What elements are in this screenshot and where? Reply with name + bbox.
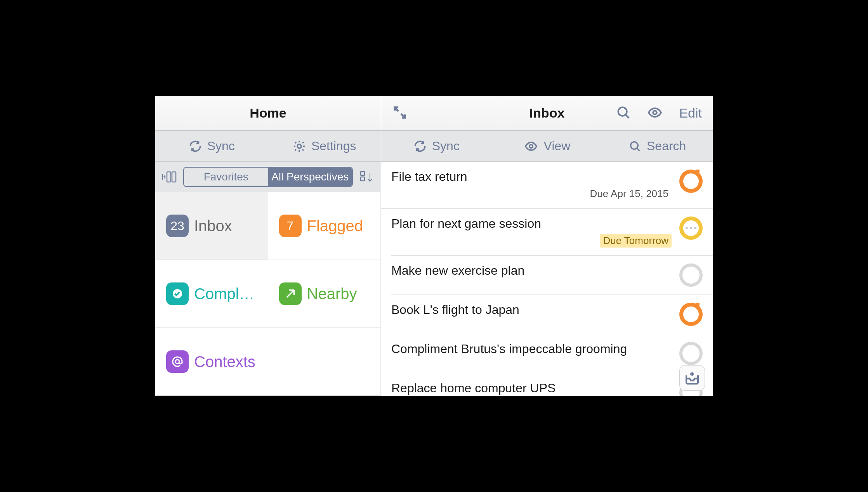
svg-point-8	[653, 111, 657, 114]
perspective-tile-flagged[interactable]: 7Flagged	[268, 192, 381, 260]
svg-point-9	[529, 144, 533, 148]
arrow-icon	[279, 282, 302, 305]
sidebar-topbar: Home	[155, 96, 381, 131]
count-badge: 23	[166, 215, 189, 237]
task-item[interactable]: Replace home computer UPS	[391, 373, 713, 396]
add-perspective-button[interactable]	[159, 170, 179, 184]
perspective-tile-compl[interactable]: Compl…	[155, 260, 268, 328]
task-title: Plan for next game session	[391, 217, 672, 231]
search-label: Search	[647, 139, 686, 153]
perspective-segment[interactable]: Favorites All Perspectives	[183, 167, 353, 187]
search-button[interactable]	[616, 105, 631, 121]
count-badge: 7	[279, 215, 302, 237]
detail-toolbar: Sync View Search	[381, 131, 713, 162]
perspective-grid: 23Inbox7FlaggedCompl…NearbyContexts	[155, 192, 381, 396]
edit-button[interactable]: Edit	[679, 106, 702, 121]
task-due-label: Due Apr 15, 2015	[587, 187, 672, 201]
search-icon	[616, 105, 631, 120]
view-label: View	[544, 139, 571, 153]
gear-icon	[293, 140, 306, 153]
expand-button[interactable]	[392, 105, 408, 122]
sidebar-pane: Home Sync Settings Favorites All Perspec…	[155, 96, 381, 396]
task-item[interactable]: File tax returnDue Apr 15, 2015	[381, 162, 713, 209]
perspective-tile-contexts[interactable]: Contexts	[155, 328, 381, 396]
arrange-perspectives-button[interactable]	[357, 170, 377, 184]
svg-rect-3	[361, 172, 365, 175]
detail-search-button[interactable]: Search	[602, 131, 713, 161]
task-list[interactable]: File tax returnDue Apr 15, 2015Plan for …	[381, 162, 713, 396]
arrange-icon	[359, 170, 374, 184]
settings-label: Settings	[311, 139, 356, 153]
detail-view-button[interactable]: View	[492, 131, 602, 161]
perspective-label: Contexts	[194, 353, 255, 371]
task-status-circle[interactable]	[679, 263, 703, 287]
at-icon	[166, 350, 189, 373]
task-item[interactable]: Plan for next game sessionDue Tomorrow	[391, 209, 713, 256]
svg-point-0	[297, 144, 301, 148]
task-status-circle[interactable]	[679, 342, 703, 365]
svg-rect-1	[167, 172, 171, 182]
task-status-circle[interactable]	[679, 303, 703, 326]
eye-icon	[524, 140, 538, 153]
sync-icon	[189, 140, 202, 153]
view-options-button[interactable]	[646, 105, 663, 121]
task-status-circle[interactable]	[679, 170, 703, 193]
svg-point-7	[618, 107, 627, 116]
add-column-icon	[161, 170, 177, 184]
svg-rect-4	[361, 177, 365, 181]
search-icon	[629, 140, 641, 152]
perspective-tile-inbox[interactable]: 23Inbox	[155, 192, 268, 260]
detail-pane: Inbox Edit Sync View Se	[381, 96, 713, 396]
task-item[interactable]: Compliment Brutus's impeccable grooming	[391, 334, 713, 373]
segment-all-perspectives[interactable]: All Perspectives	[268, 168, 352, 186]
perspective-label: Inbox	[194, 217, 232, 235]
task-item[interactable]: Book L's flight to Japan	[391, 295, 713, 334]
perspective-label: Compl…	[194, 285, 255, 303]
settings-button[interactable]: Settings	[268, 131, 381, 161]
task-title: Compliment Brutus's impeccable grooming	[391, 342, 672, 356]
perspective-label: Flagged	[307, 217, 363, 235]
task-item[interactable]: Make new exercise plan	[391, 256, 713, 295]
sidebar-title: Home	[155, 106, 381, 121]
check-icon	[166, 282, 189, 305]
sync-label: Sync	[432, 139, 460, 153]
sidebar-toolbar: Sync Settings	[155, 131, 381, 162]
sync-label: Sync	[207, 139, 235, 153]
sync-icon	[413, 140, 427, 153]
eye-icon	[646, 105, 663, 120]
perspective-mode-row: Favorites All Perspectives	[155, 162, 381, 192]
perspective-label: Nearby	[307, 285, 357, 303]
inbox-plus-icon	[684, 370, 700, 386]
segment-favorites[interactable]: Favorites	[184, 168, 268, 186]
task-title: Replace home computer UPS	[391, 381, 672, 395]
task-title: Book L's flight to Japan	[391, 303, 672, 317]
svg-point-10	[631, 142, 638, 149]
sync-button[interactable]: Sync	[155, 131, 268, 161]
task-status-circle[interactable]	[679, 217, 703, 240]
task-due-label: Due Tomorrow	[600, 234, 672, 248]
perspective-tile-nearby[interactable]: Nearby	[268, 260, 381, 328]
detail-topbar: Inbox Edit	[381, 96, 713, 131]
task-title: Make new exercise plan	[391, 263, 672, 278]
detail-sync-button[interactable]: Sync	[381, 131, 492, 161]
expand-icon	[392, 105, 408, 120]
new-inbox-item-button[interactable]	[679, 365, 705, 391]
task-title: File tax return	[391, 170, 672, 184]
svg-rect-2	[172, 172, 176, 182]
